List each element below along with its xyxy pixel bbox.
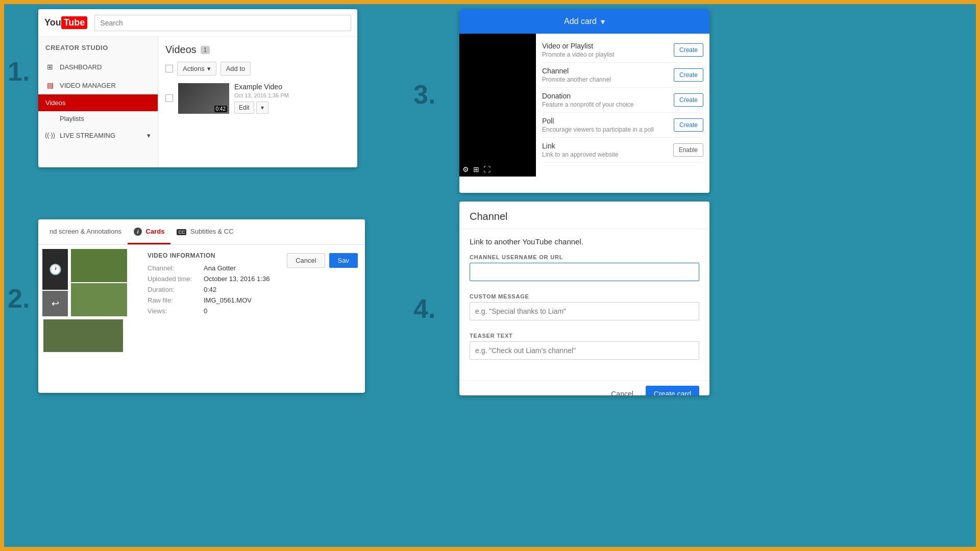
- panel4-header: Channel: [459, 202, 709, 229]
- panel4-footer: Cancel Create card: [459, 380, 709, 395]
- card-desc-poll: Encourage viewers to participate in a po…: [542, 126, 669, 133]
- sidebar-item-video-manager[interactable]: ▤ VIDEO MANAGER: [38, 76, 158, 94]
- step-1-label: 1.: [8, 56, 30, 87]
- step-2-label: 2.: [8, 283, 30, 314]
- video-date: Oct 13, 2016 1:36 PM: [234, 92, 350, 98]
- search-input[interactable]: [94, 15, 351, 31]
- teaser-text-input[interactable]: [470, 341, 699, 360]
- cancel-button[interactable]: Cancel: [287, 253, 325, 268]
- info-icon: i: [134, 228, 142, 236]
- username-form-group: CHANNEL USERNAME OR URL: [470, 254, 699, 287]
- panel2-action-buttons: Cancel Sav: [280, 248, 365, 273]
- miniplayer-icon: ⊞: [473, 165, 479, 173]
- save-button[interactable]: Sav: [329, 253, 358, 268]
- panel3-body: ⚙ ⊞ ⛶ Video or Playlist Promote a video …: [459, 34, 709, 193]
- panel2-cards-editing: nd screen & Annotations i Cards CC Subti…: [38, 219, 365, 393]
- card-name-donation: Donation: [542, 92, 669, 100]
- panel3-header: Add card ▾: [459, 9, 709, 34]
- video-checkbox[interactable]: [165, 94, 173, 102]
- clock-icon: 🕐: [49, 263, 62, 276]
- sidebar-item-live-streaming[interactable]: ((·)) LIVE STREAMING ▾: [38, 126, 158, 144]
- card-desc-channel: Promote another channel: [542, 76, 669, 83]
- info-views: Views: 0: [148, 307, 358, 315]
- create-channel-button[interactable]: Create: [674, 68, 703, 82]
- chevron-down-icon: ▾: [601, 17, 605, 27]
- username-input[interactable]: [470, 263, 699, 281]
- card-name-poll: Poll: [542, 117, 669, 125]
- card-type-donation: Donation Feature a nonprofit of your cho…: [542, 88, 703, 113]
- videos-count-badge: 1: [201, 46, 210, 54]
- live-streaming-icon: ((·)): [45, 131, 55, 140]
- teaser-text-form-group: TEASER TEXT: [470, 333, 699, 366]
- video-title: Example Video: [234, 83, 350, 91]
- clock-thumb: 🕐: [42, 249, 68, 290]
- video-info: Example Video Oct 13, 2016 1:36 PM Edit …: [234, 83, 350, 114]
- tab-subtitles[interactable]: CC Subtitles & CC: [170, 220, 239, 244]
- tab-endscreen[interactable]: nd screen & Annotations: [43, 220, 128, 244]
- custom-message-input[interactable]: [470, 302, 699, 320]
- video-manager-icon: ▤: [45, 81, 55, 90]
- yt-body: CREATOR STUDIO ⊞ DASHBOARD ▤ VIDEO MANAG…: [38, 37, 357, 167]
- card-type-video-playlist: Video or Playlist Promote a video or pla…: [542, 38, 703, 63]
- dashboard-icon: ⊞: [45, 62, 55, 71]
- panel2-left: 🕐 ↩: [38, 245, 140, 393]
- tab-cards[interactable]: i Cards: [128, 220, 170, 244]
- sidebar-item-playlists[interactable]: Playlists: [38, 111, 158, 126]
- video-thumb-2: [71, 283, 127, 316]
- create-donation-button[interactable]: Create: [674, 93, 703, 107]
- video-thumb-1: [71, 249, 127, 282]
- create-poll-button[interactable]: Create: [674, 118, 703, 132]
- actions-button[interactable]: Actions ▾: [177, 62, 216, 76]
- video-row: 0:42 Example Video Oct 13, 2016 1:36 PM …: [165, 83, 350, 114]
- channel-create-card-button[interactable]: Create card: [646, 386, 699, 395]
- card-type-channel: Channel Promote another channel Create: [542, 63, 703, 88]
- card-type-poll: Poll Encourage viewers to participate in…: [542, 113, 703, 138]
- yt-main: Videos 1 Actions ▾ Add to 0:42 Example V…: [158, 37, 357, 167]
- edit-dropdown-button[interactable]: ▾: [256, 102, 268, 114]
- enable-link-button[interactable]: Enable: [673, 143, 703, 157]
- youtube-header: YouTube: [38, 9, 357, 37]
- create-video-playlist-button[interactable]: Create: [674, 43, 703, 57]
- channel-cancel-button[interactable]: Cancel: [604, 386, 641, 395]
- sidebar-item-videos[interactable]: Videos: [38, 94, 158, 111]
- edit-button[interactable]: Edit: [234, 102, 254, 114]
- video-duration: 0:42: [214, 106, 227, 112]
- custom-message-form-group: CUSTOM MESSAGE: [470, 293, 699, 327]
- video-thumbnail: 0:42: [178, 83, 229, 114]
- card-desc-donation: Feature a nonprofit of your choice: [542, 101, 669, 108]
- dashboard-label: DASHBOARD: [60, 63, 102, 71]
- sidebar-item-dashboard[interactable]: ⊞ DASHBOARD: [38, 58, 158, 76]
- cards-list: Video or Playlist Promote a video or pla…: [536, 34, 709, 193]
- custom-message-label: CUSTOM MESSAGE: [470, 293, 699, 299]
- panel1-creator-studio: YouTube CREATOR STUDIO ⊞ DASHBOARD ▤ VID…: [38, 9, 357, 167]
- card-name-video-playlist: Video or Playlist: [542, 42, 669, 50]
- card-name-channel: Channel: [542, 67, 669, 75]
- live-streaming-label: LIVE STREAMING: [60, 132, 115, 139]
- teaser-text-label: TEASER TEXT: [470, 333, 699, 339]
- step-3-label: 3.: [413, 79, 435, 110]
- step-4-label: 4.: [413, 293, 435, 324]
- channel-card-title: Channel: [470, 211, 699, 222]
- add-card-button[interactable]: Add card ▾: [459, 9, 709, 34]
- info-rawfile: Raw file: IMG_0561.MOV: [148, 296, 358, 304]
- card-desc-link: Link to an approved website: [542, 151, 668, 158]
- card-desc-video-playlist: Promote a video or playlist: [542, 51, 669, 58]
- add-to-button[interactable]: Add to: [220, 62, 251, 76]
- chevron-down-icon: ▾: [147, 132, 151, 139]
- panel4-channel-card: Channel Link to another YouTube channel.…: [459, 202, 709, 395]
- editor-tabs: nd screen & Annotations i Cards CC Subti…: [38, 219, 365, 245]
- panel3-add-card: Add card ▾ ⚙ ⊞ ⛶ Video or Playlist Promo…: [459, 9, 709, 193]
- share-icon: ↩: [52, 298, 59, 309]
- settings-icon: ⚙: [462, 165, 469, 173]
- yt-sidebar: CREATOR STUDIO ⊞ DASHBOARD ▤ VIDEO MANAG…: [38, 37, 158, 167]
- actions-bar: Actions ▾ Add to: [165, 62, 350, 76]
- channel-card-subtitle: Link to another YouTube channel.: [470, 237, 699, 246]
- playlists-label: Playlists: [60, 115, 84, 122]
- logo-you: You: [44, 17, 61, 28]
- creator-studio-label: CREATOR STUDIO: [38, 44, 158, 58]
- share-thumb: ↩: [42, 291, 68, 316]
- panel4-body: Link to another YouTube channel. CHANNEL…: [459, 229, 709, 380]
- videos-label: Videos: [45, 99, 66, 107]
- select-all-checkbox[interactable]: [165, 65, 173, 72]
- info-duration: Duration: 0:42: [148, 286, 358, 293]
